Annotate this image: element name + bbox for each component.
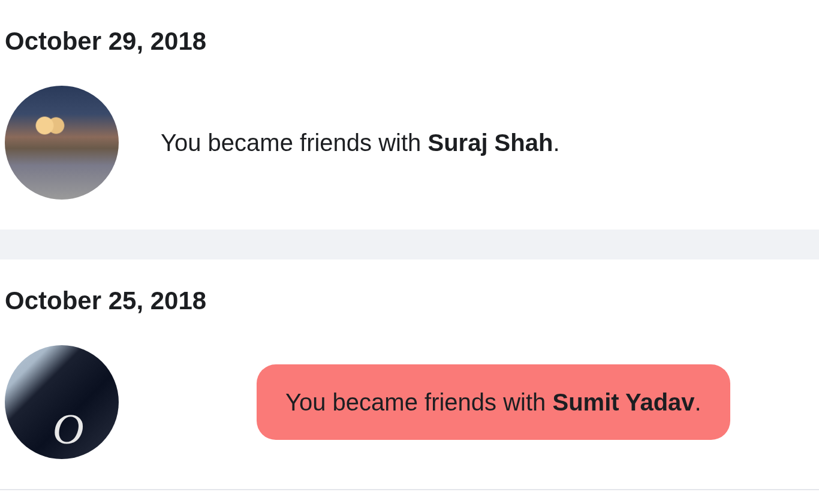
friend-activity-entry[interactable]: You became friends with Suraj Shah. — [0, 68, 819, 230]
friend-name-link[interactable]: Sumit Yadav — [552, 389, 694, 415]
activity-message: You became friends with Suraj Shah. — [161, 126, 814, 159]
activity-message: You became friends with Sumit Yadav. — [257, 364, 730, 440]
friend-avatar[interactable] — [5, 86, 119, 200]
section-divider — [0, 230, 819, 259]
activity-feed: October 29, 2018 You became friends with… — [0, 0, 819, 490]
message-middle: became friends with — [201, 129, 428, 156]
date-header: October 29, 2018 — [0, 0, 819, 68]
friend-avatar[interactable] — [5, 345, 119, 459]
message-prefix: You — [161, 129, 201, 156]
date-header: October 25, 2018 — [0, 259, 819, 327]
message-prefix: You — [285, 389, 326, 415]
friend-activity-entry[interactable]: You became friends with Sumit Yadav. — [0, 327, 819, 489]
message-suffix: . — [695, 389, 701, 415]
message-suffix: . — [553, 129, 559, 156]
friend-name-link[interactable]: Suraj Shah — [427, 129, 553, 156]
message-middle: became friends with — [326, 389, 553, 415]
bottom-divider — [0, 489, 819, 490]
